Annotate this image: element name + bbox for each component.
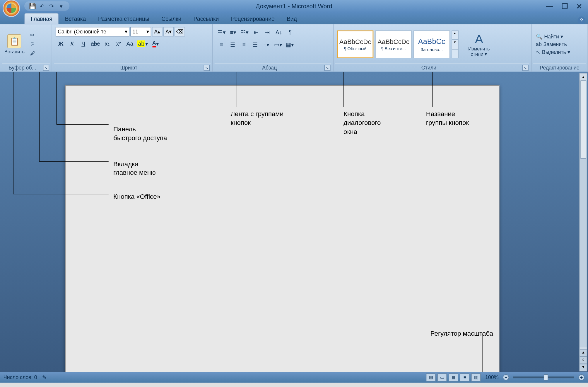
leader-zoom: [482, 333, 482, 372]
bold-button[interactable]: Ж: [56, 38, 66, 49]
zoom-level[interactable]: 100%: [485, 374, 499, 381]
style-more-button[interactable]: ⁞: [452, 49, 459, 58]
highlight-button[interactable]: ab▾: [136, 38, 150, 49]
borders-button[interactable]: ▦▾: [284, 39, 295, 50]
tab-layout[interactable]: Разметка страницы: [92, 13, 155, 24]
font-size-select[interactable]: 11▾: [130, 27, 151, 37]
strike-button[interactable]: abc: [89, 38, 101, 49]
word-count[interactable]: Число слов: 0: [4, 374, 37, 381]
maximize-button[interactable]: ❐: [562, 2, 568, 10]
shrink-font-button[interactable]: A▾: [163, 27, 174, 37]
dialog-launcher-clipboard[interactable]: ↘: [43, 65, 49, 71]
leader-qat-h: [57, 124, 109, 125]
line-spacing-button[interactable]: ↕▾: [261, 39, 272, 50]
show-marks-button[interactable]: ¶: [285, 27, 295, 38]
close-button[interactable]: ✕: [576, 2, 582, 10]
format-painter-icon[interactable]: 🖌: [28, 50, 37, 57]
redo-icon[interactable]: ↷: [48, 2, 56, 10]
italic-button[interactable]: К: [67, 38, 77, 49]
tab-insert[interactable]: Вставка: [59, 13, 92, 24]
copy-icon[interactable]: ⎘: [28, 40, 37, 48]
numbering-button[interactable]: ≡▾: [228, 27, 239, 38]
select-icon: ↖: [536, 49, 540, 55]
save-icon[interactable]: 💾: [29, 2, 37, 10]
change-case-button[interactable]: Aa: [125, 38, 135, 49]
replace-button[interactable]: abЗаменить: [535, 41, 571, 48]
zoom-in-button[interactable]: +: [578, 374, 584, 381]
sort-button[interactable]: A↓: [274, 27, 284, 38]
align-right-button[interactable]: ≡: [239, 39, 249, 50]
underline-button[interactable]: Ч: [78, 38, 89, 49]
bullets-button[interactable]: ☰▾: [216, 27, 227, 38]
select-button[interactable]: ↖Выделить ▾: [535, 49, 571, 56]
style-normal[interactable]: AaBbCcDc ¶ Обычный: [337, 30, 374, 58]
zoom-out-button[interactable]: −: [503, 374, 509, 381]
group-clipboard: 📋 Вставить ✂ ⎘ 🖌 Буфер об... ↘: [0, 24, 52, 72]
find-button[interactable]: 🔍Найти ▾: [535, 33, 571, 40]
style-gallery: AaBbCcDc ¶ Обычный AaBbCcDc ¶ Без инте..…: [337, 30, 459, 58]
annotation-ribbon: Лента с группами кнопок: [230, 110, 283, 127]
clear-format-button[interactable]: ⌫: [175, 27, 185, 37]
dialog-launcher-paragraph[interactable]: ↘: [324, 65, 331, 71]
style-nospace[interactable]: AaBbCcDc ¶ Без инте...: [375, 30, 412, 58]
align-left-button[interactable]: ≡: [216, 39, 227, 50]
next-page-button[interactable]: ▾: [579, 364, 587, 371]
zoom-slider[interactable]: [513, 376, 574, 378]
vertical-scrollbar[interactable]: ▴ ▾: [579, 73, 587, 355]
dialog-launcher-font[interactable]: ↘: [204, 65, 210, 71]
align-center-button[interactable]: ☰: [228, 39, 238, 50]
font-name-select[interactable]: Calibri (Основной те▾: [56, 27, 129, 37]
multilevel-button[interactable]: ☷▾: [239, 27, 250, 38]
minimize-button[interactable]: —: [546, 2, 553, 10]
style-down-button[interactable]: ▾: [452, 40, 459, 49]
scroll-thumb[interactable]: [580, 80, 586, 159]
spellcheck-icon[interactable]: ✎: [42, 374, 47, 381]
group-label-font: Шрифт ↘: [54, 64, 211, 72]
cut-icon[interactable]: ✂: [28, 31, 37, 39]
browse-button[interactable]: ○: [579, 357, 587, 364]
font-color-button[interactable]: A▾: [151, 38, 161, 49]
prev-page-button[interactable]: ▴: [579, 349, 587, 357]
grow-font-button[interactable]: A▴: [152, 27, 163, 37]
tab-refs[interactable]: Ссылки: [155, 13, 187, 24]
leader-tab-v: [39, 72, 39, 161]
window-title: Документ1 - Microsoft Word: [256, 3, 332, 10]
subscript-button[interactable]: x₂: [102, 38, 112, 49]
zoom-thumb[interactable]: [544, 374, 548, 381]
view-reading[interactable]: ▭: [437, 374, 447, 381]
qat-more-icon[interactable]: ▾: [57, 2, 65, 10]
change-styles-button[interactable]: A Изменить стили ▾: [461, 32, 497, 57]
dialog-launcher-styles[interactable]: ↘: [522, 65, 529, 71]
leader-groupname: [432, 72, 433, 107]
document-page[interactable]: Панель быстрого доступа Вкладка главное …: [65, 85, 499, 372]
window-controls: — ❐ ✕: [546, 2, 588, 10]
increase-indent-button[interactable]: ⇥: [262, 27, 273, 38]
view-draft[interactable]: ▥: [471, 374, 481, 381]
annotation-office: Кнопка «Office»: [113, 192, 160, 201]
view-outline[interactable]: ≡: [460, 374, 470, 381]
paste-button[interactable]: 📋 Вставить: [2, 33, 27, 55]
annotation-qat: Панель быстрого доступа: [113, 125, 167, 142]
help-icon[interactable]: ?: [577, 16, 585, 24]
undo-icon[interactable]: ↶: [38, 2, 46, 10]
word-window: 💾 ↶ ↷ ▾ Документ1 - Microsoft Word — ❐ ✕…: [0, 0, 588, 383]
leader-office-h: [13, 194, 108, 194]
style-heading[interactable]: AaBbCc Заголово...: [413, 30, 450, 58]
scroll-up-button[interactable]: ▴: [580, 74, 587, 81]
tab-review[interactable]: Рецензирование: [225, 13, 281, 24]
superscript-button[interactable]: x²: [113, 38, 124, 49]
tab-home[interactable]: Главная: [24, 13, 59, 24]
style-up-button[interactable]: ▴: [452, 30, 459, 40]
view-web[interactable]: ▦: [449, 374, 458, 381]
statusbar: Число слов: 0 ✎ ▤ ▭ ▦ ≡ ▥ 100% − +: [0, 372, 588, 383]
justify-button[interactable]: ☰: [250, 39, 261, 50]
view-print-layout[interactable]: ▤: [426, 374, 436, 381]
ribbon: 📋 Вставить ✂ ⎘ 🖌 Буфер об... ↘ Calibri (…: [0, 24, 588, 72]
change-styles-icon: A: [475, 32, 483, 46]
decrease-indent-button[interactable]: ⇤: [251, 27, 261, 38]
office-button[interactable]: [3, 0, 20, 17]
shading-button[interactable]: ▭▾: [273, 39, 283, 50]
find-icon: 🔍: [536, 33, 542, 40]
tab-view[interactable]: Вид: [281, 13, 303, 24]
tab-mail[interactable]: Рассылки: [187, 13, 225, 24]
